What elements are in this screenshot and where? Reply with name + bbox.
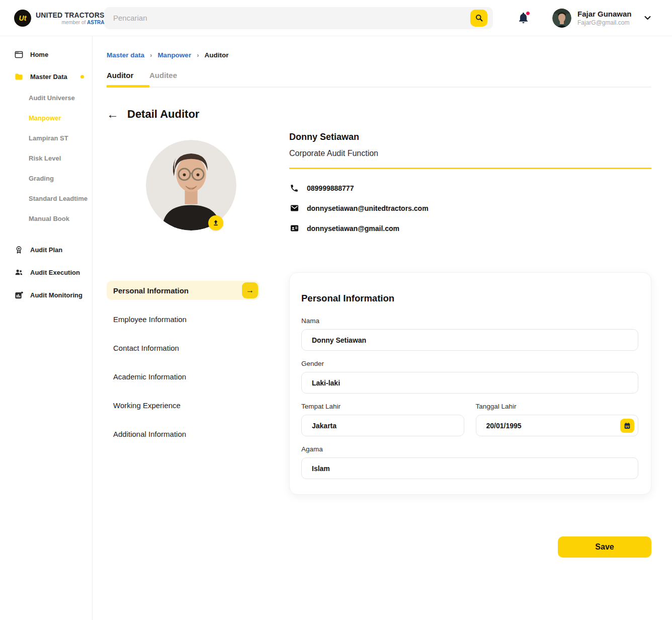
- tab-auditor[interactable]: Auditor: [107, 71, 149, 87]
- main-content: Master data › Manpower › Auditor Auditor…: [93, 36, 672, 558]
- auditor-phone: 089999888777: [307, 184, 354, 192]
- tanggal-lahir-label: Tanggal Lahir: [476, 403, 639, 410]
- auditor-name: Donny Setiawan: [289, 132, 651, 142]
- search-icon: [474, 13, 484, 23]
- sidebar-item-manpower[interactable]: Manpower: [0, 108, 92, 128]
- breadcrumb-current-auditor: Auditor: [204, 51, 228, 59]
- page-header: ← Detail Auditor: [107, 108, 651, 121]
- nama-label: Nama: [301, 317, 638, 325]
- auditor-work-email: donnysetiawan@unitedtractors.com: [307, 204, 429, 212]
- left-column: Personal Information → Employee Informat…: [107, 132, 260, 558]
- auditor-photo: [146, 140, 236, 230]
- sidebar-item-manual-book[interactable]: Manual Book: [0, 208, 92, 228]
- bar-chart-icon: [14, 290, 24, 300]
- contact-card-icon: [289, 223, 299, 233]
- gender-label: Gender: [301, 360, 638, 367]
- sidebar-item-standard-leadtime[interactable]: Standard Leadtime: [0, 188, 92, 208]
- astra-brand: ASTRA: [87, 20, 104, 25]
- auditor-role: Corporate Audit Function: [289, 149, 651, 158]
- menu-item-personal-information[interactable]: Personal Information →: [107, 281, 260, 300]
- contact-list: 089999888777 donnysetiawan@unitedtractor…: [289, 182, 651, 243]
- personal-information-card: Personal Information Nama Gender Tempat …: [289, 272, 651, 495]
- menu-item-employee-information[interactable]: Employee Information: [107, 309, 260, 329]
- tempat-lahir-input[interactable]: [301, 415, 464, 436]
- people-icon: [14, 268, 24, 277]
- sidebar-item-audit-monitoring[interactable]: Audit Monitoring: [0, 284, 92, 306]
- sidebar-item-label: Audit Execution: [30, 269, 80, 276]
- upload-icon: [212, 219, 220, 227]
- page-title: Detail Auditor: [127, 108, 199, 121]
- sidebar-item-lampiran-st[interactable]: Lampiran ST: [0, 128, 92, 148]
- search-bar: [104, 7, 493, 29]
- app-logo: Ut UNITED TRACTORS member of ASTRA: [14, 10, 90, 27]
- sidebar-item-grading[interactable]: Grading: [0, 168, 92, 188]
- calendar-icon: [623, 422, 631, 430]
- menu-item-label: Personal Information: [113, 286, 189, 295]
- yellow-divider: [289, 168, 651, 169]
- search-button[interactable]: [470, 10, 487, 27]
- brand-name: UNITED TRACTORS: [36, 11, 105, 19]
- breadcrumb: Master data › Manpower › Auditor: [107, 51, 651, 59]
- search-input[interactable]: [104, 7, 493, 29]
- sidebar-item-audit-universe[interactable]: Audit Universe: [0, 88, 92, 108]
- auditor-photo-wrap: [146, 140, 236, 230]
- active-section-dot: [80, 75, 84, 79]
- sidebar-item-label: Home: [30, 51, 48, 58]
- user-avatar: [552, 9, 571, 28]
- personal-email-row: donnysetiawan@gmail.com: [289, 222, 651, 234]
- home-window-icon: [14, 50, 24, 59]
- folder-icon: [14, 72, 24, 82]
- sidebar-item-label: Audit Plan: [30, 246, 62, 254]
- nama-input[interactable]: [301, 329, 638, 351]
- user-name: Fajar Gunawan: [577, 10, 632, 18]
- mail-icon: [289, 203, 299, 213]
- tempat-lahir-label: Tempat Lahir: [301, 403, 464, 410]
- agama-label: Agama: [301, 445, 638, 453]
- upload-photo-button[interactable]: [208, 215, 223, 230]
- user-menu-expand-button[interactable]: [643, 14, 652, 22]
- form-title: Personal Information: [301, 293, 638, 304]
- brand-member-line: member of ASTRA: [62, 20, 105, 25]
- user-email: FajarG@gmail.com: [577, 19, 632, 26]
- menu-item-additional-information[interactable]: Additional Information: [107, 424, 260, 443]
- right-column: Donny Setiawan Corporate Audit Function …: [289, 132, 651, 558]
- sidebar-item-label: Master Data: [30, 73, 67, 81]
- sidebar-item-master-data[interactable]: Master Data: [0, 65, 92, 88]
- auditor-personal-email: donnysetiawan@gmail.com: [307, 224, 399, 232]
- date-picker-button[interactable]: [620, 419, 634, 433]
- phone-row: 089999888777: [289, 182, 651, 194]
- notifications-button[interactable]: [517, 12, 530, 25]
- agama-input[interactable]: [301, 457, 638, 479]
- notification-badge: [526, 11, 530, 16]
- breadcrumb-separator-icon: ›: [150, 51, 152, 59]
- phone-icon: [289, 184, 299, 193]
- work-email-row: donnysetiawan@unitedtractors.com: [289, 202, 651, 214]
- chevron-down-icon: [643, 14, 652, 22]
- medal-icon: [14, 245, 24, 255]
- sidebar-item-audit-plan[interactable]: Audit Plan: [0, 239, 92, 261]
- breadcrumb-master-data[interactable]: Master data: [107, 51, 144, 59]
- tab-bar: Auditor Auditee: [107, 71, 651, 88]
- sidebar-item-risk-level[interactable]: Risk Level: [0, 148, 92, 168]
- active-section-arrow-button[interactable]: →: [242, 282, 258, 298]
- united-tractors-monogram-icon: Ut: [14, 10, 31, 27]
- menu-item-contact-information[interactable]: Contact Information: [107, 338, 260, 357]
- breadcrumb-separator-icon: ›: [197, 51, 199, 59]
- sidebar-nav: Home Master Data Audit Universe Manpower…: [0, 36, 93, 620]
- sidebar-item-home[interactable]: Home: [0, 43, 92, 65]
- user-menu[interactable]: Fajar Gunawan FajarG@gmail.com: [552, 9, 632, 28]
- menu-item-working-experience[interactable]: Working Experience: [107, 396, 260, 415]
- back-arrow-icon[interactable]: ←: [107, 108, 119, 120]
- sidebar-item-audit-execution[interactable]: Audit Execution: [0, 261, 92, 284]
- gender-input[interactable]: [301, 372, 638, 394]
- save-button[interactable]: Save: [558, 536, 651, 558]
- tab-auditee[interactable]: Auditee: [149, 71, 177, 87]
- menu-item-academic-information[interactable]: Academic Information: [107, 367, 260, 386]
- tanggal-lahir-input[interactable]: [476, 415, 639, 436]
- sidebar-item-label: Audit Monitoring: [30, 291, 82, 299]
- breadcrumb-manpower[interactable]: Manpower: [157, 51, 191, 59]
- section-menu: Personal Information → Employee Informat…: [107, 281, 260, 443]
- top-header: Ut UNITED TRACTORS member of ASTRA: [0, 0, 672, 36]
